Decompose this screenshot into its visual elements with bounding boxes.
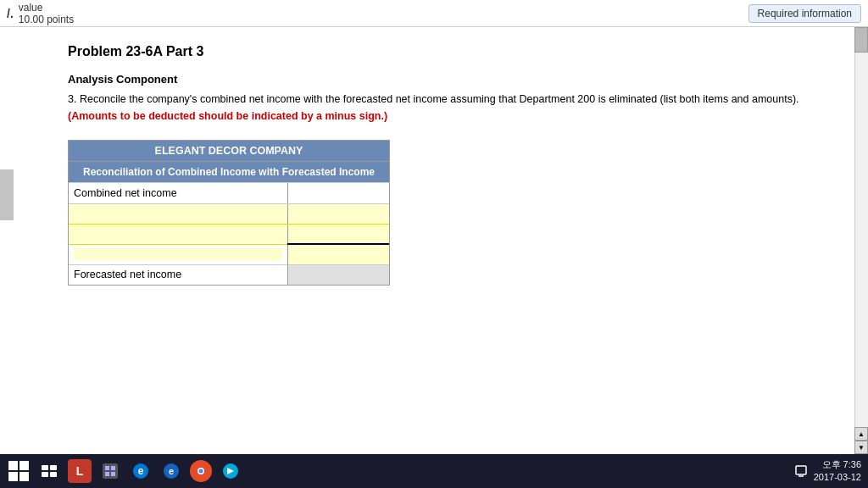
table-row: Combined net income: [69, 183, 389, 203]
clock-date: 2017-03-12: [814, 471, 861, 484]
instruction-highlight: (Amounts to be deducted should be indica…: [68, 110, 387, 122]
svg-rect-6: [111, 466, 115, 470]
instruction-body: Reconcile the company's combined net inc…: [80, 93, 799, 105]
instruction-number: 3.: [68, 93, 76, 105]
input-label-1[interactable]: [69, 203, 288, 224]
total-value[interactable]: [288, 244, 389, 264]
table-row: [69, 203, 389, 224]
slash-dot-icon: /.: [7, 7, 14, 20]
ie-browser-icon[interactable]: e: [159, 459, 183, 483]
svg-rect-5: [105, 466, 109, 470]
svg-point-15: [199, 469, 203, 474]
required-information-button[interactable]: Required information: [748, 4, 861, 23]
combined-net-income-value[interactable]: [288, 183, 389, 203]
points-label: value: [19, 2, 74, 14]
edge-icon-svg: e: [131, 462, 150, 480]
store-icon[interactable]: [98, 459, 122, 483]
app-icon-blue-svg: [221, 462, 240, 480]
analysis-label: Analysis Component: [68, 73, 800, 86]
input-label-field-1[interactable]: [74, 208, 282, 219]
points-value: 10.00 points: [19, 14, 74, 25]
combined-net-income-input[interactable]: [293, 187, 384, 199]
forecasted-net-income-value[interactable]: [288, 264, 389, 285]
input-value-1[interactable]: [288, 203, 389, 224]
top-left: /. value 10.00 points: [7, 2, 74, 25]
taskbar-time: 오후 7:36 2017-03-12: [814, 458, 861, 485]
input-label-field-2[interactable]: [74, 228, 282, 240]
total-label[interactable]: [69, 244, 288, 264]
table-company-header: ELEGANT DECOR COMPANY: [69, 141, 389, 162]
instruction-text: 3. Reconcile the company's combined net …: [68, 91, 800, 125]
svg-text:e: e: [169, 466, 174, 476]
input-label-2[interactable]: [69, 224, 288, 244]
total-label-field[interactable]: [74, 248, 282, 260]
input-value-field-2[interactable]: [293, 228, 384, 240]
problem-title: Problem 23-6A Part 3: [68, 44, 800, 59]
app-icon-blue[interactable]: [219, 459, 242, 483]
scroll-arrow-up[interactable]: ▲: [854, 427, 868, 441]
svg-rect-18: [796, 466, 806, 474]
notification-icon: [795, 465, 807, 477]
forecasted-net-income-label: Forecasted net income: [69, 264, 288, 285]
app-icon-red-label: L: [76, 464, 84, 478]
forecasted-net-income-input[interactable]: [293, 269, 384, 280]
reconciliation-table: ELEGANT DECOR COMPANY Reconciliation of …: [68, 140, 390, 286]
points-container: value 10.00 points: [19, 2, 74, 25]
table-row-total: [69, 244, 389, 264]
table-body: Combined net income: [69, 183, 389, 285]
ie-icon-svg: e: [162, 462, 181, 480]
svg-rect-1: [50, 465, 57, 470]
scroll-thumb[interactable]: [854, 27, 868, 53]
chrome-icon-svg: [193, 463, 209, 479]
svg-rect-2: [42, 472, 48, 477]
taskbar: L e e: [0, 454, 868, 488]
svg-rect-0: [42, 465, 48, 470]
svg-rect-3: [50, 472, 57, 477]
input-value-field-1[interactable]: [293, 208, 384, 219]
svg-rect-7: [105, 472, 109, 476]
scrollbar[interactable]: ▲ ▼: [854, 27, 868, 454]
main-content: Problem 23-6A Part 3 Analysis Component …: [0, 27, 868, 454]
store-icon-svg: [101, 462, 120, 480]
edge-browser-icon[interactable]: e: [129, 459, 153, 483]
task-view-icon: [42, 465, 57, 477]
windows-start-button[interactable]: [7, 459, 31, 483]
table-subtitle-header: Reconciliation of Combined Income with F…: [69, 162, 389, 183]
svg-text:e: e: [138, 465, 144, 477]
task-view-button[interactable]: [37, 459, 61, 483]
combined-net-income-label: Combined net income: [69, 183, 288, 203]
taskbar-right: 오후 7:36 2017-03-12: [795, 458, 861, 485]
table-row: [69, 224, 389, 244]
total-value-field[interactable]: [293, 248, 384, 260]
left-sidebar-tab: [0, 169, 14, 220]
table-row-forecasted: Forecasted net income: [69, 264, 389, 285]
svg-rect-4: [103, 463, 118, 479]
svg-rect-8: [111, 472, 115, 476]
scroll-arrow-down[interactable]: ▼: [854, 441, 868, 454]
clock-time: 오후 7:36: [814, 458, 861, 471]
chrome-icon[interactable]: [190, 460, 212, 482]
app-icon-red[interactable]: L: [68, 459, 92, 483]
windows-icon: [8, 461, 29, 481]
top-bar: /. value 10.00 points Required informati…: [0, 0, 868, 27]
input-value-2[interactable]: [288, 224, 389, 244]
